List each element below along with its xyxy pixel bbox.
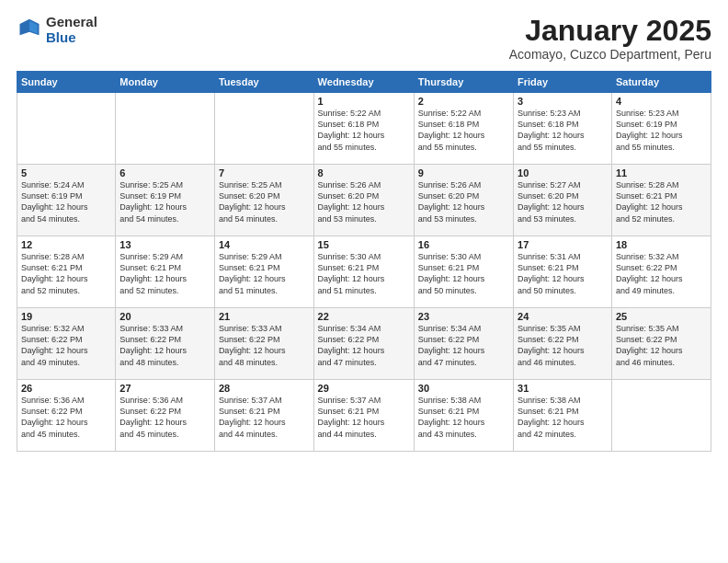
day-info: Sunrise: 5:33 AM Sunset: 6:22 PM Dayligh… [219,323,310,368]
day-info: Sunrise: 5:30 AM Sunset: 6:21 PM Dayligh… [318,251,410,296]
day-number: 15 [318,239,410,250]
table-row: 7Sunrise: 5:25 AM Sunset: 6:20 PM Daylig… [214,165,313,236]
table-row: 26Sunrise: 5:36 AM Sunset: 6:22 PM Dayli… [17,380,116,452]
day-info: Sunrise: 5:38 AM Sunset: 6:21 PM Dayligh… [418,395,509,440]
day-number: 3 [518,96,608,107]
day-number: 11 [616,167,707,178]
table-row: 21Sunrise: 5:33 AM Sunset: 6:22 PM Dayli… [214,308,313,380]
table-row: 8Sunrise: 5:26 AM Sunset: 6:20 PM Daylig… [313,165,414,236]
calendar-week-row: 26Sunrise: 5:36 AM Sunset: 6:22 PM Dayli… [17,380,711,452]
day-number: 2 [418,96,509,107]
day-number: 5 [21,167,111,178]
day-info: Sunrise: 5:36 AM Sunset: 6:22 PM Dayligh… [119,395,210,440]
header: General Blue January 2025 Acomayo, Cuzco… [17,15,711,62]
day-info: Sunrise: 5:35 AM Sunset: 6:22 PM Dayligh… [518,323,608,368]
day-info: Sunrise: 5:33 AM Sunset: 6:22 PM Dayligh… [119,323,210,368]
table-row: 23Sunrise: 5:34 AM Sunset: 6:22 PM Dayli… [414,308,513,380]
table-row: 18Sunrise: 5:32 AM Sunset: 6:22 PM Dayli… [611,236,711,308]
day-number: 8 [318,167,410,178]
calendar-week-row: 12Sunrise: 5:28 AM Sunset: 6:21 PM Dayli… [17,236,711,308]
day-number: 6 [119,167,210,178]
day-info: Sunrise: 5:36 AM Sunset: 6:22 PM Dayligh… [21,395,111,440]
table-row: 10Sunrise: 5:27 AM Sunset: 6:20 PM Dayli… [514,165,612,236]
calendar-week-row: 5Sunrise: 5:24 AM Sunset: 6:19 PM Daylig… [17,165,711,236]
table-row: 14Sunrise: 5:29 AM Sunset: 6:21 PM Dayli… [214,236,313,308]
day-number: 12 [21,239,111,250]
table-row: 16Sunrise: 5:30 AM Sunset: 6:21 PM Dayli… [414,236,513,308]
table-row: 1Sunrise: 5:22 AM Sunset: 6:18 PM Daylig… [313,93,414,165]
day-number: 17 [518,239,608,250]
table-row: 22Sunrise: 5:34 AM Sunset: 6:22 PM Dayli… [313,308,414,380]
table-row [17,93,116,165]
day-number: 22 [318,311,410,322]
header-monday: Monday [116,72,215,93]
header-friday: Friday [514,72,612,93]
day-info: Sunrise: 5:38 AM Sunset: 6:21 PM Dayligh… [518,395,608,440]
day-info: Sunrise: 5:34 AM Sunset: 6:22 PM Dayligh… [318,323,410,368]
header-tuesday: Tuesday [214,72,313,93]
weekday-header-row: Sunday Monday Tuesday Wednesday Thursday… [17,72,711,93]
day-info: Sunrise: 5:24 AM Sunset: 6:19 PM Dayligh… [21,179,111,224]
table-row: 6Sunrise: 5:25 AM Sunset: 6:19 PM Daylig… [116,165,215,236]
table-row: 31Sunrise: 5:38 AM Sunset: 6:21 PM Dayli… [514,380,612,452]
logo-blue-text: Blue [46,30,97,46]
day-number: 13 [119,239,210,250]
day-number: 9 [418,167,509,178]
day-info: Sunrise: 5:34 AM Sunset: 6:22 PM Dayligh… [418,323,509,368]
day-info: Sunrise: 5:26 AM Sunset: 6:20 PM Dayligh… [318,179,410,224]
day-info: Sunrise: 5:27 AM Sunset: 6:20 PM Dayligh… [518,179,608,224]
table-row: 24Sunrise: 5:35 AM Sunset: 6:22 PM Dayli… [514,308,612,380]
day-number: 19 [21,311,111,322]
day-number: 23 [418,311,509,322]
header-saturday: Saturday [611,72,711,93]
day-number: 28 [219,383,310,394]
table-row: 2Sunrise: 5:22 AM Sunset: 6:18 PM Daylig… [414,93,513,165]
calendar-title: January 2025 [509,15,711,47]
header-wednesday: Wednesday [313,72,414,93]
logo-text: General Blue [46,15,97,45]
table-row: 28Sunrise: 5:37 AM Sunset: 6:21 PM Dayli… [214,380,313,452]
page: General Blue January 2025 Acomayo, Cuzco… [0,0,728,563]
header-sunday: Sunday [17,72,116,93]
calendar-table: Sunday Monday Tuesday Wednesday Thursday… [17,71,711,452]
day-number: 16 [418,239,509,250]
table-row [214,93,313,165]
day-info: Sunrise: 5:37 AM Sunset: 6:21 PM Dayligh… [318,395,410,440]
day-number: 30 [418,383,509,394]
calendar-week-row: 19Sunrise: 5:32 AM Sunset: 6:22 PM Dayli… [17,308,711,380]
day-info: Sunrise: 5:23 AM Sunset: 6:18 PM Dayligh… [518,108,608,153]
table-row: 17Sunrise: 5:31 AM Sunset: 6:21 PM Dayli… [514,236,612,308]
table-row: 12Sunrise: 5:28 AM Sunset: 6:21 PM Dayli… [17,236,116,308]
day-info: Sunrise: 5:28 AM Sunset: 6:21 PM Dayligh… [616,179,707,224]
table-row: 20Sunrise: 5:33 AM Sunset: 6:22 PM Dayli… [116,308,215,380]
day-info: Sunrise: 5:22 AM Sunset: 6:18 PM Dayligh… [418,108,509,153]
day-number: 26 [21,383,111,394]
day-info: Sunrise: 5:29 AM Sunset: 6:21 PM Dayligh… [219,251,310,296]
table-row: 19Sunrise: 5:32 AM Sunset: 6:22 PM Dayli… [17,308,116,380]
table-row: 5Sunrise: 5:24 AM Sunset: 6:19 PM Daylig… [17,165,116,236]
day-number: 4 [616,96,707,107]
day-number: 25 [616,311,707,322]
table-row: 27Sunrise: 5:36 AM Sunset: 6:22 PM Dayli… [116,380,215,452]
logo: General Blue [17,15,97,45]
day-number: 1 [318,96,410,107]
day-number: 20 [119,311,210,322]
table-row: 9Sunrise: 5:26 AM Sunset: 6:20 PM Daylig… [414,165,513,236]
day-number: 10 [518,167,608,178]
day-info: Sunrise: 5:28 AM Sunset: 6:21 PM Dayligh… [21,251,111,296]
table-row: 3Sunrise: 5:23 AM Sunset: 6:18 PM Daylig… [514,93,612,165]
day-info: Sunrise: 5:37 AM Sunset: 6:21 PM Dayligh… [219,395,310,440]
day-number: 24 [518,311,608,322]
day-info: Sunrise: 5:23 AM Sunset: 6:19 PM Dayligh… [616,108,707,153]
table-row [611,380,711,452]
calendar-week-row: 1Sunrise: 5:22 AM Sunset: 6:18 PM Daylig… [17,93,711,165]
title-block: January 2025 Acomayo, Cuzco Department, … [509,15,711,62]
day-number: 29 [318,383,410,394]
table-row: 11Sunrise: 5:28 AM Sunset: 6:21 PM Dayli… [611,165,711,236]
day-info: Sunrise: 5:25 AM Sunset: 6:19 PM Dayligh… [119,179,210,224]
day-number: 18 [616,239,707,250]
day-info: Sunrise: 5:31 AM Sunset: 6:21 PM Dayligh… [518,251,608,296]
day-info: Sunrise: 5:35 AM Sunset: 6:22 PM Dayligh… [616,323,707,368]
table-row [116,93,215,165]
day-info: Sunrise: 5:22 AM Sunset: 6:18 PM Dayligh… [318,108,410,153]
